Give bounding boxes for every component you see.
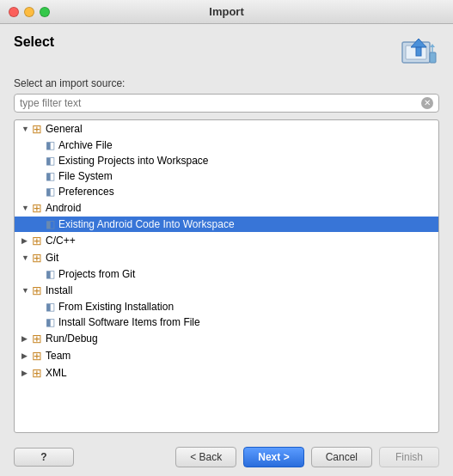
folder-icon: ⊞ (32, 201, 42, 215)
maximize-button[interactable] (40, 7, 50, 17)
tree-arrow (21, 351, 32, 360)
file-icon: ◧ (46, 301, 55, 313)
folder-icon: ⊞ (32, 251, 42, 265)
folder-icon: ⊞ (32, 122, 42, 136)
tree-item[interactable]: ⊞Android (15, 199, 438, 217)
finish-button[interactable]: Finish (379, 447, 439, 467)
folder-icon: ⊞ (32, 332, 42, 345)
tree-item-label: Run/Debug (46, 333, 98, 345)
tree-item-label: C/C++ (46, 235, 76, 247)
tree-item-label: Preferences (58, 186, 114, 198)
tree-item[interactable]: ⊞C/C++ (15, 232, 438, 249)
tree-container[interactable]: ⊞General◧Archive File◧Existing Projects … (14, 119, 439, 433)
folder-icon: ⊞ (32, 366, 42, 380)
filter-label: Select an import source: (14, 77, 439, 89)
tree-arrow (21, 369, 32, 377)
help-button[interactable]: ? (14, 448, 74, 467)
tree-item[interactable]: ◧Install Software Items from File (15, 314, 438, 330)
footer: ? < Back Next > Cancel Finish (14, 442, 439, 467)
tree-arrow (21, 236, 32, 245)
import-icon (398, 34, 439, 69)
tree-item[interactable]: ⊞Git (15, 249, 438, 266)
tree-item[interactable]: ⊞Run/Debug (15, 330, 438, 347)
close-button[interactable] (9, 7, 19, 17)
file-icon: ◧ (46, 155, 55, 167)
tree-item-label: Android (46, 202, 81, 214)
tree-item-label: Existing Projects into Workspace (58, 155, 209, 167)
svg-marker-6 (430, 44, 435, 47)
tree-item[interactable]: ◧From Existing Installation (15, 299, 438, 314)
tree-arrow (21, 334, 32, 343)
page-title: Select (14, 34, 54, 50)
file-icon: ◧ (46, 186, 55, 198)
tree-item[interactable]: ◧Archive File (15, 137, 438, 153)
tree-item-label: General (46, 123, 83, 135)
next-button[interactable]: Next > (243, 447, 303, 467)
tree-arrow (21, 204, 32, 212)
tree-item[interactable]: ⊞Install (15, 282, 438, 299)
filter-input[interactable] (20, 97, 421, 109)
tree-item[interactable]: ⊞Team (15, 347, 438, 364)
tree-item-label: From Existing Installation (58, 301, 174, 313)
tree-item-label: XML (46, 367, 67, 379)
tree-item-label: Archive File (58, 139, 113, 151)
tree-item[interactable]: ◧Existing Android Code Into Workspace (15, 217, 438, 232)
tree-arrow (21, 286, 32, 295)
tree-item[interactable]: ◧Preferences (15, 184, 438, 199)
tree-item-label: Install Software Items from File (58, 316, 200, 328)
file-icon: ◧ (46, 170, 55, 182)
tree-item[interactable]: ◧Existing Projects into Workspace (15, 153, 438, 168)
tree-item[interactable]: ◧Projects from Git (15, 266, 438, 282)
svg-rect-3 (416, 47, 421, 56)
title-bar: Import (0, 0, 453, 24)
file-icon: ◧ (46, 316, 55, 328)
tree-item-label: Existing Android Code Into Workspace (58, 218, 235, 230)
window-title: Import (209, 5, 243, 18)
tree-item[interactable]: ⊞XML (15, 364, 438, 381)
tree-item[interactable]: ◧File System (15, 168, 438, 184)
minimize-button[interactable] (24, 7, 34, 17)
folder-icon: ⊞ (32, 234, 42, 247)
back-button[interactable]: < Back (175, 447, 236, 467)
tree-item-label: Team (46, 350, 70, 362)
tree-arrow (21, 125, 32, 133)
cancel-button[interactable]: Cancel (311, 447, 372, 467)
tree-arrow (21, 253, 32, 262)
svg-rect-4 (430, 52, 436, 63)
tree-item[interactable]: ⊞General (15, 120, 438, 137)
clear-filter-button[interactable]: ✕ (421, 97, 433, 109)
folder-icon: ⊞ (32, 349, 42, 363)
folder-icon: ⊞ (32, 284, 42, 297)
file-icon: ◧ (46, 139, 55, 151)
file-icon: ◧ (46, 268, 55, 280)
tree-item-label: Install (46, 284, 72, 296)
filter-row: ✕ (14, 94, 439, 113)
tree-item-label: File System (58, 170, 113, 182)
file-icon: ◧ (46, 218, 55, 230)
tree-item-label: Projects from Git (58, 268, 135, 280)
tree-item-label: Git (46, 252, 58, 264)
